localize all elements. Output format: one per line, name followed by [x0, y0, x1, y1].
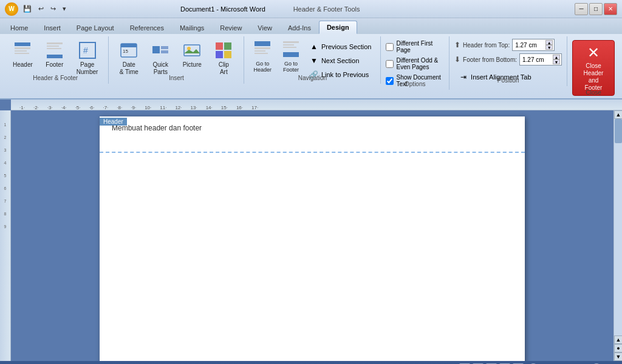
svg-rect-15: [161, 50, 168, 53]
different-odd-even-input[interactable]: [386, 60, 394, 68]
footer-button[interactable]: Footer: [39, 38, 70, 72]
header-content-text[interactable]: Membuat header dan footer: [109, 121, 515, 132]
group-header-footer: Header Footer # PageNumber Header & Foot…: [2, 36, 109, 84]
picture-button[interactable]: Picture: [177, 38, 207, 72]
ribbon-content: Header Footer # PageNumber Header & Foot…: [0, 34, 622, 98]
different-first-page-input[interactable]: [386, 43, 394, 51]
previous-section-label: Previous Section: [321, 43, 372, 50]
goto-footer-icon: [282, 41, 299, 61]
window-controls: ─ □ ✕: [575, 3, 617, 15]
tab-view[interactable]: View: [250, 21, 280, 34]
header-area[interactable]: Header Membuat header dan footer: [100, 116, 525, 153]
header-position-icon: ⬆: [454, 41, 460, 49]
quick-access-toolbar: 💾 ↩ ↪ ▾: [21, 4, 69, 14]
different-first-page-checkbox[interactable]: Different First Page: [386, 40, 444, 53]
footer-spin-up[interactable]: ▲: [553, 55, 560, 59]
group-options: Different First Page Different Odd & Eve…: [381, 36, 449, 90]
scroll-next-button[interactable]: ▼: [614, 352, 622, 361]
customize-qa-button[interactable]: ▾: [60, 4, 69, 14]
svg-rect-0: [15, 42, 30, 46]
tab-page-layout[interactable]: Page Layout: [69, 21, 122, 34]
quick-parts-button[interactable]: QuickParts: [145, 38, 176, 79]
different-odd-even-checkbox[interactable]: Different Odd & Even Pages: [386, 57, 444, 70]
minimize-button[interactable]: ─: [575, 3, 588, 15]
group-label-position: Position: [449, 77, 567, 84]
ribbon-tabs: Home Insert Page Layout References Maili…: [0, 18, 622, 34]
clip-art-label: Clip Art: [214, 61, 233, 76]
office-logo: W: [5, 2, 18, 16]
redo-qa-button[interactable]: ↪: [48, 4, 58, 14]
group-label-navigation: Navigation: [244, 75, 380, 81]
header-spin-buttons[interactable]: ▲ ▼: [545, 40, 553, 50]
quick-parts-label: QuickParts: [153, 61, 169, 76]
group-close-content: ✕ Close Headerand Footer: [572, 38, 615, 96]
tab-add-ins[interactable]: Add-Ins: [280, 21, 319, 34]
svg-rect-7: [47, 55, 63, 58]
group-position: ⬆ Header from Top: ▲ ▼ ⬇ Footer from Bot…: [449, 36, 567, 86]
close-window-button[interactable]: ✕: [604, 3, 617, 15]
previous-section-button[interactable]: ▲ Previous Section: [305, 40, 376, 53]
scroll-track[interactable]: [614, 119, 622, 335]
clip-art-button[interactable]: Clip Art: [208, 38, 239, 79]
header-spin-up[interactable]: ▲: [545, 40, 553, 45]
tab-references[interactable]: References: [122, 21, 172, 34]
ruler-h-content: ·1··2··3··4··5··6··7··8··9·10·11·12·13·1…: [11, 99, 622, 110]
picture-label: Picture: [183, 61, 202, 69]
ribbon-title: Header & Footer Tools: [293, 5, 360, 13]
header-icon: [13, 41, 32, 60]
header-button[interactable]: Header: [7, 38, 38, 72]
footer-spin-buttons[interactable]: ▲ ▼: [553, 55, 560, 64]
maximize-button[interactable]: □: [589, 3, 603, 15]
date-time-label: Date& Time: [120, 61, 138, 76]
horizontal-ruler: ·1··2··3··4··5··6··7··8··9·10·11·12·13·1…: [11, 99, 622, 110]
header-spin-down[interactable]: ▼: [545, 45, 553, 50]
scroll-prev-page-button[interactable]: ▲: [614, 335, 622, 344]
svg-rect-6: [47, 48, 61, 49]
svg-rect-3: [15, 53, 29, 54]
undo-qa-button[interactable]: ↩: [36, 4, 46, 14]
goto-header-button[interactable]: Go toHeader: [249, 38, 276, 76]
svg-rect-13: [152, 46, 160, 53]
svg-rect-27: [283, 44, 294, 46]
goto-header-icon: [254, 41, 271, 61]
svg-rect-2: [15, 50, 27, 52]
next-section-button[interactable]: ▼ Next Section: [305, 54, 376, 67]
scroll-next-page-button[interactable]: ●: [614, 344, 622, 352]
header-from-top-label: Header from Top:: [463, 42, 510, 49]
group-options-content: Different First Page Different Odd & Eve…: [386, 38, 444, 87]
vertical-scrollbar[interactable]: ▲ ▲ ● ▼: [613, 110, 622, 361]
footer-from-bottom-input[interactable]: ▲ ▼: [519, 53, 562, 66]
svg-rect-25: [255, 53, 268, 54]
scroll-thumb[interactable]: [615, 119, 622, 143]
svg-rect-23: [255, 47, 270, 49]
svg-rect-5: [47, 46, 59, 47]
group-label-header-footer: Header & Footer: [2, 75, 108, 81]
save-qa-button[interactable]: 💾: [21, 4, 34, 14]
tab-design[interactable]: Design: [319, 21, 357, 34]
svg-rect-24: [255, 50, 265, 52]
tab-review[interactable]: Review: [212, 21, 250, 34]
page-number-button[interactable]: # PageNumber: [71, 38, 104, 79]
footer-spin-down[interactable]: ▼: [553, 59, 560, 64]
header-from-top-input[interactable]: ▲ ▼: [512, 39, 555, 51]
goto-footer-label: Go toFooter: [283, 61, 299, 73]
header-from-top-field[interactable]: [515, 42, 545, 49]
next-section-icon: ▼: [309, 56, 319, 66]
page-number-icon: #: [78, 41, 97, 60]
svg-rect-4: [47, 42, 63, 44]
tab-insert[interactable]: Insert: [36, 21, 69, 34]
page-number-label: PageNumber: [77, 61, 98, 76]
tab-mailings[interactable]: Mailings: [172, 21, 212, 34]
svg-rect-21: [224, 51, 231, 58]
svg-text:15: 15: [123, 49, 128, 54]
goto-footer-button[interactable]: Go toFooter: [278, 38, 304, 76]
title-bar-left: W 💾 ↩ ↪ ▾ Document1 - Microsoft Word Hea…: [5, 2, 360, 16]
date-time-button[interactable]: 15 Date& Time: [114, 38, 144, 79]
footer-from-bottom-field[interactable]: [522, 56, 553, 63]
close-header-footer-button[interactable]: ✕ Close Headerand Footer: [572, 40, 615, 96]
body-area[interactable]: [100, 153, 525, 361]
scroll-up-button[interactable]: ▲: [614, 110, 622, 119]
previous-section-icon: ▲: [309, 42, 319, 52]
status-bar: Page: 1 of 1 Words: 0 English (United St…: [0, 361, 622, 364]
tab-home[interactable]: Home: [2, 21, 36, 34]
